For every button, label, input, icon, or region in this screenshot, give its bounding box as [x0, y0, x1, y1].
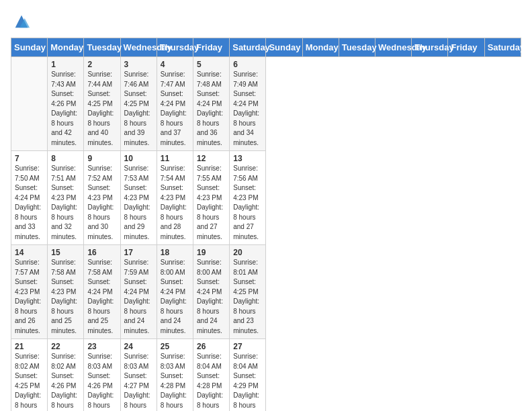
calendar-cell: 2Sunrise: 7:44 AM Sunset: 4:25 PM Daylig…	[84, 57, 120, 151]
logo-icon	[12, 12, 31, 31]
calendar-cell: 13Sunrise: 7:56 AM Sunset: 4:23 PM Dayli…	[230, 151, 266, 245]
cell-content: Sunrise: 7:56 AM Sunset: 4:23 PM Dayligh…	[233, 164, 262, 242]
calendar-cell: 18Sunrise: 8:00 AM Sunset: 4:24 PM Dayli…	[157, 245, 193, 339]
day-number: 4	[161, 60, 189, 69]
cell-content: Sunrise: 8:03 AM Sunset: 4:26 PM Dayligh…	[87, 352, 116, 411]
calendar-cell: 16Sunrise: 7:58 AM Sunset: 4:24 PM Dayli…	[84, 245, 120, 339]
cell-content: Sunrise: 7:51 AM Sunset: 4:23 PM Dayligh…	[51, 164, 80, 242]
cell-content: Sunrise: 8:04 AM Sunset: 4:29 PM Dayligh…	[233, 352, 262, 411]
cell-content: Sunrise: 8:00 AM Sunset: 4:24 PM Dayligh…	[161, 258, 189, 336]
header-monday: Monday	[302, 38, 339, 57]
day-number: 18	[161, 248, 189, 257]
calendar-cell: 19Sunrise: 8:00 AM Sunset: 4:24 PM Dayli…	[193, 245, 230, 339]
calendar-week-row: 14Sunrise: 7:57 AM Sunset: 4:23 PM Dayli…	[11, 245, 521, 339]
header-sunday: Sunday	[266, 38, 302, 57]
cell-content: Sunrise: 7:47 AM Sunset: 4:24 PM Dayligh…	[161, 70, 189, 148]
cell-content: Sunrise: 8:01 AM Sunset: 4:25 PM Dayligh…	[233, 258, 262, 336]
header-monday: Monday	[48, 38, 84, 57]
header-tuesday: Tuesday	[339, 38, 375, 57]
calendar-cell: 7Sunrise: 7:50 AM Sunset: 4:24 PM Daylig…	[11, 151, 48, 245]
day-number: 3	[124, 60, 153, 69]
cell-content: Sunrise: 7:49 AM Sunset: 4:24 PM Dayligh…	[233, 70, 262, 148]
day-number: 13	[233, 154, 262, 163]
calendar-cell	[11, 57, 48, 151]
cell-content: Sunrise: 7:59 AM Sunset: 4:24 PM Dayligh…	[124, 258, 153, 336]
calendar-cell: 22Sunrise: 8:02 AM Sunset: 4:26 PM Dayli…	[48, 339, 84, 412]
cell-content: Sunrise: 7:55 AM Sunset: 4:23 PM Dayligh…	[197, 164, 226, 242]
header-friday: Friday	[448, 38, 484, 57]
calendar-table: SundayMondayTuesdayWednesdayThursdayFrid…	[11, 38, 521, 411]
calendar-cell: 12Sunrise: 7:55 AM Sunset: 4:23 PM Dayli…	[193, 151, 230, 245]
calendar-cell: 1Sunrise: 7:43 AM Sunset: 4:26 PM Daylig…	[48, 57, 84, 151]
cell-content: Sunrise: 7:53 AM Sunset: 4:23 PM Dayligh…	[124, 164, 153, 242]
header-tuesday: Tuesday	[84, 38, 120, 57]
cell-content: Sunrise: 8:03 AM Sunset: 4:27 PM Dayligh…	[124, 352, 153, 411]
cell-content: Sunrise: 7:43 AM Sunset: 4:26 PM Dayligh…	[51, 70, 80, 148]
day-number: 25	[161, 342, 189, 351]
day-number: 7	[15, 154, 44, 163]
calendar-week-row: 7Sunrise: 7:50 AM Sunset: 4:24 PM Daylig…	[11, 151, 521, 245]
logo	[11, 11, 31, 31]
calendar-week-row: 21Sunrise: 8:02 AM Sunset: 4:25 PM Dayli…	[11, 339, 521, 412]
day-number: 20	[233, 248, 262, 257]
cell-content: Sunrise: 8:04 AM Sunset: 4:28 PM Dayligh…	[197, 352, 226, 411]
day-number: 8	[51, 154, 80, 163]
calendar-cell: 27Sunrise: 8:04 AM Sunset: 4:29 PM Dayli…	[230, 339, 266, 412]
calendar-week-row: 1Sunrise: 7:43 AM Sunset: 4:26 PM Daylig…	[11, 57, 521, 151]
cell-content: Sunrise: 8:02 AM Sunset: 4:26 PM Dayligh…	[51, 352, 80, 411]
calendar-cell: 9Sunrise: 7:52 AM Sunset: 4:23 PM Daylig…	[84, 151, 120, 245]
calendar-cell: 20Sunrise: 8:01 AM Sunset: 4:25 PM Dayli…	[230, 245, 266, 339]
cell-content: Sunrise: 7:52 AM Sunset: 4:23 PM Dayligh…	[87, 164, 116, 242]
calendar-cell: 14Sunrise: 7:57 AM Sunset: 4:23 PM Dayli…	[11, 245, 48, 339]
day-number: 11	[161, 154, 189, 163]
day-number: 17	[124, 248, 153, 257]
calendar-cell: 8Sunrise: 7:51 AM Sunset: 4:23 PM Daylig…	[48, 151, 84, 245]
day-number: 22	[51, 342, 80, 351]
calendar-cell: 15Sunrise: 7:58 AM Sunset: 4:23 PM Dayli…	[48, 245, 84, 339]
day-number: 5	[197, 60, 226, 69]
header-friday: Friday	[193, 38, 230, 57]
calendar-cell: 5Sunrise: 7:48 AM Sunset: 4:24 PM Daylig…	[193, 57, 230, 151]
day-number: 21	[15, 342, 44, 351]
day-number: 16	[87, 248, 116, 257]
header-thursday: Thursday	[412, 38, 448, 57]
calendar-cell: 3Sunrise: 7:46 AM Sunset: 4:25 PM Daylig…	[120, 57, 157, 151]
cell-content: Sunrise: 7:50 AM Sunset: 4:24 PM Dayligh…	[15, 164, 44, 242]
calendar-cell: 17Sunrise: 7:59 AM Sunset: 4:24 PM Dayli…	[120, 245, 157, 339]
cell-content: Sunrise: 8:03 AM Sunset: 4:28 PM Dayligh…	[161, 352, 189, 411]
calendar-cell: 10Sunrise: 7:53 AM Sunset: 4:23 PM Dayli…	[120, 151, 157, 245]
header-sunday: Sunday	[11, 38, 48, 57]
calendar-cell: 11Sunrise: 7:54 AM Sunset: 4:23 PM Dayli…	[157, 151, 193, 245]
page-header	[11, 11, 521, 31]
header-wednesday: Wednesday	[375, 38, 412, 57]
calendar-cell: 25Sunrise: 8:03 AM Sunset: 4:28 PM Dayli…	[157, 339, 193, 412]
day-number: 24	[124, 342, 153, 351]
header-saturday: Saturday	[230, 38, 266, 57]
cell-content: Sunrise: 8:02 AM Sunset: 4:25 PM Dayligh…	[15, 352, 44, 411]
day-number: 14	[15, 248, 44, 257]
day-number: 19	[197, 248, 226, 257]
header-saturday: Saturday	[484, 38, 521, 57]
calendar-cell: 26Sunrise: 8:04 AM Sunset: 4:28 PM Dayli…	[193, 339, 230, 412]
day-number: 27	[233, 342, 262, 351]
calendar-cell: 6Sunrise: 7:49 AM Sunset: 4:24 PM Daylig…	[230, 57, 266, 151]
cell-content: Sunrise: 7:57 AM Sunset: 4:23 PM Dayligh…	[15, 258, 44, 336]
header-thursday: Thursday	[157, 38, 193, 57]
cell-content: Sunrise: 7:48 AM Sunset: 4:24 PM Dayligh…	[197, 70, 226, 148]
header-wednesday: Wednesday	[120, 38, 157, 57]
calendar-header-row: SundayMondayTuesdayWednesdayThursdayFrid…	[11, 38, 521, 57]
calendar-cell: 23Sunrise: 8:03 AM Sunset: 4:26 PM Dayli…	[84, 339, 120, 412]
calendar-cell: 24Sunrise: 8:03 AM Sunset: 4:27 PM Dayli…	[120, 339, 157, 412]
day-number: 12	[197, 154, 226, 163]
cell-content: Sunrise: 7:44 AM Sunset: 4:25 PM Dayligh…	[87, 70, 116, 148]
day-number: 1	[51, 60, 80, 69]
day-number: 6	[233, 60, 262, 69]
cell-content: Sunrise: 7:58 AM Sunset: 4:23 PM Dayligh…	[51, 258, 80, 336]
cell-content: Sunrise: 7:58 AM Sunset: 4:24 PM Dayligh…	[87, 258, 116, 336]
day-number: 9	[87, 154, 116, 163]
calendar-cell: 21Sunrise: 8:02 AM Sunset: 4:25 PM Dayli…	[11, 339, 48, 412]
cell-content: Sunrise: 7:46 AM Sunset: 4:25 PM Dayligh…	[124, 70, 153, 148]
day-number: 2	[87, 60, 116, 69]
calendar-cell: 4Sunrise: 7:47 AM Sunset: 4:24 PM Daylig…	[157, 57, 193, 151]
day-number: 10	[124, 154, 153, 163]
